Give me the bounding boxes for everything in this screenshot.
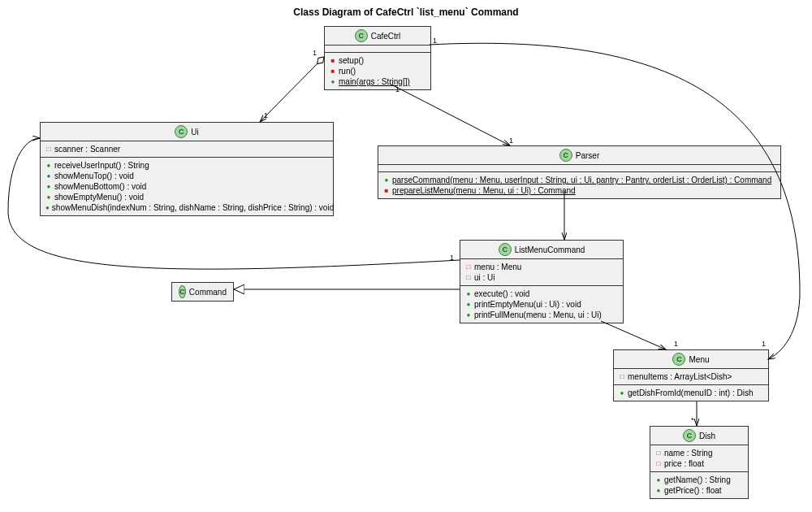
class-icon: C xyxy=(355,29,368,42)
class-ui: CUi □scanner : Scanner ●receiveUserInput… xyxy=(40,122,334,216)
member: □price : float xyxy=(655,458,743,469)
member: □menuItems : ArrayList<Dish> xyxy=(619,371,763,382)
svg-line-0 xyxy=(260,57,324,122)
member: □menu : Menu xyxy=(465,262,618,272)
class-name: Ui xyxy=(191,128,198,137)
member: ●showMenuTop() : void xyxy=(45,171,328,181)
class-menu: CMenu □menuItems : ArrayList<Dish> ●getD… xyxy=(613,349,769,401)
member: ■prepareListMenu(menu : Menu, ui : Ui) :… xyxy=(383,185,775,196)
member: ●receiveUserInput() : String xyxy=(45,160,328,171)
member: ●getDishFromId(menuID : int) : Dish xyxy=(619,388,763,398)
member: ●showMenuBottom() : void xyxy=(45,181,328,192)
class-command: CCommand xyxy=(171,282,234,302)
class-dish: CDish □name : String□price : float ●getN… xyxy=(650,426,749,499)
svg-line-1 xyxy=(390,84,510,145)
diagram-title: Class Diagram of CafeCtrl `list_menu` Co… xyxy=(0,0,812,24)
member: ●printEmptyMenu(ui : Ui) : void xyxy=(465,299,618,310)
class-name: Command xyxy=(189,288,227,297)
member: ●printFullMenu(menu : Menu, ui : Ui) xyxy=(465,310,618,320)
member: □name : String xyxy=(655,448,743,458)
member: ●parseCommand(menu : Menu, userInput : S… xyxy=(383,175,775,185)
class-icon: C xyxy=(175,125,188,138)
member: ●showMenuDish(indexNum : String, dishNam… xyxy=(45,202,328,213)
member: ●execute() : void xyxy=(465,289,618,299)
mult-label: 1 xyxy=(674,340,678,348)
class-icon: C xyxy=(179,285,186,298)
member: ●showEmptyMenu() : void xyxy=(45,192,328,202)
member: ●main(args : String[]) xyxy=(330,76,425,87)
mult-label: 1 xyxy=(264,111,268,119)
mult-label: 1 xyxy=(762,340,766,348)
member: □ui : Ui xyxy=(465,272,618,283)
mult-label: 1 xyxy=(450,254,454,262)
class-name: ListMenuCommand xyxy=(515,245,585,254)
class-icon: C xyxy=(499,243,512,256)
class-icon: C xyxy=(672,353,685,366)
mult-label: 1 xyxy=(313,49,317,57)
mult-label: 1 xyxy=(433,37,437,45)
class-name: Menu xyxy=(689,355,709,364)
mult-label: * xyxy=(691,416,694,424)
class-name: CafeCtrl xyxy=(371,32,401,41)
class-parser: CParser ●parseCommand(menu : Menu, userI… xyxy=(378,145,781,199)
member: ●getPrice() : float xyxy=(655,485,743,496)
class-name: Parser xyxy=(576,151,599,160)
class-listmenucommand: CListMenuCommand □menu : Menu□ui : Ui ●e… xyxy=(460,240,624,323)
member: ■setup() xyxy=(330,55,425,66)
class-icon: C xyxy=(683,429,696,442)
mult-label: 1 xyxy=(509,137,513,145)
mult-label: 1 xyxy=(395,85,400,93)
class-icon: C xyxy=(559,149,572,162)
class-name: Dish xyxy=(699,432,715,440)
svg-line-4 xyxy=(601,321,666,349)
member: ■run() xyxy=(330,66,425,76)
member: □scanner : Scanner xyxy=(45,144,328,154)
member: ●getName() : String xyxy=(655,475,743,485)
class-cafectrl: CCafeCtrl ■setup()■run()●main(args : Str… xyxy=(324,26,431,90)
